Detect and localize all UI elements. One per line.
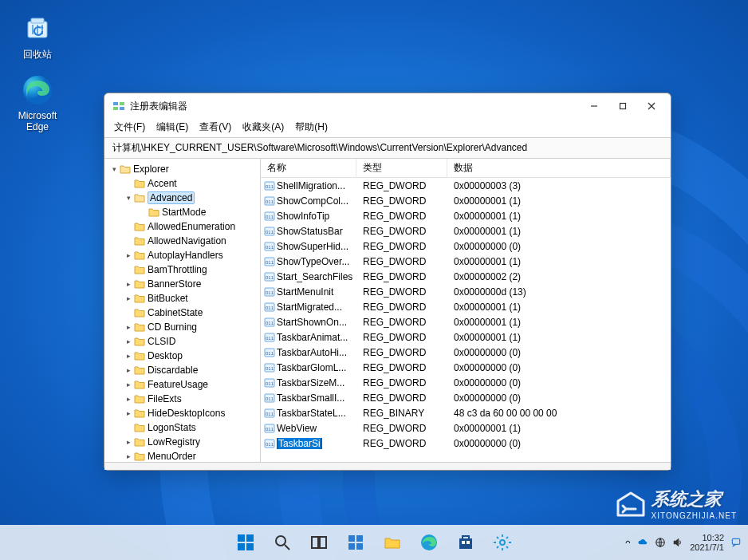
dword-icon: 011 (261, 332, 275, 343)
value-row[interactable]: 011ShowStatusBarREG_DWORD0x00000001 (1) (261, 223, 671, 239)
value-row[interactable]: 011StartShownOn...REG_DWORD0x00000001 (1… (261, 314, 671, 329)
values-pane[interactable]: 名称 类型 数据 011ShellMigration...REG_DWORD0x… (261, 159, 671, 462)
value-row[interactable]: 011ShellMigration...REG_DWORD0x00000003 … (261, 178, 671, 193)
value-row[interactable]: 011TaskbarAutoHi...REG_DWORD0x00000000 (… (261, 345, 671, 360)
menu-view[interactable]: 查看(V) (199, 120, 231, 134)
start-button[interactable] (230, 527, 261, 558)
column-data[interactable]: 数据 (447, 159, 671, 177)
tree-item[interactable]: ▸FeatureUsage (104, 377, 260, 392)
menu-edit[interactable]: 编辑(E) (156, 120, 188, 134)
value-row[interactable]: 011TaskbarSmallI...REG_DWORD0x00000000 (… (261, 390, 671, 405)
value-row[interactable]: 011TaskbarStateL...REG_BINARY48 c3 da 60… (261, 405, 671, 420)
value-row[interactable]: 011ShowInfoTipREG_DWORD0x00000001 (1) (261, 208, 671, 223)
tree-item-label: FeatureUsage (148, 379, 208, 390)
svg-text:011: 011 (266, 230, 274, 235)
svg-text:011: 011 (266, 260, 274, 265)
tree-item[interactable]: StartMode (104, 205, 260, 219)
menu-favorites[interactable]: 收藏夹(A) (242, 120, 284, 134)
desktop-icon-recycle-bin[interactable]: 回收站 (10, 11, 65, 61)
minimize-button[interactable] (580, 96, 608, 116)
tree-item[interactable]: ▸BitBucket (104, 291, 260, 306)
value-row[interactable]: 011StartMenuInitREG_DWORD0x0000000d (13) (261, 284, 671, 299)
dword-icon: 011 (261, 180, 275, 191)
tree-item-label: CLSID (148, 336, 175, 347)
value-row[interactable]: 011TaskbarGlomL...REG_DWORD0x00000000 (0… (261, 360, 671, 375)
tree-item[interactable]: ▸BannerStore (104, 277, 260, 291)
tree-item[interactable]: ▸Desktop (104, 349, 260, 363)
clock-time: 10:32 (690, 533, 724, 542)
clock[interactable]: 10:32 2021/7/1 (690, 533, 724, 552)
value-row[interactable]: 011ShowSuperHid...REG_DWORD0x00000000 (0… (261, 239, 671, 254)
svg-text:011: 011 (266, 275, 274, 280)
tree-item[interactable]: Accent (104, 176, 260, 191)
value-row[interactable]: 011StartMigrated...REG_DWORD0x00000001 (… (261, 299, 671, 314)
folder-icon (133, 350, 146, 361)
value-name: TaskbarAutoHi... (275, 347, 356, 358)
edge-taskbar-button[interactable] (414, 527, 444, 558)
tree-item[interactable]: ▸CD Burning (104, 320, 260, 334)
maximize-button[interactable] (608, 96, 637, 116)
tree-item[interactable]: ▾Advanced (104, 191, 260, 205)
column-name[interactable]: 名称 (261, 159, 356, 177)
value-row[interactable]: 011Start_SearchFilesREG_DWORD0x00000002 … (261, 269, 671, 284)
svg-rect-49 (238, 543, 245, 550)
onedrive-icon[interactable] (637, 537, 648, 548)
system-tray[interactable]: ᴖ 10:32 2021/7/1 (625, 533, 742, 552)
titlebar[interactable]: 注册表编辑器 (104, 93, 671, 119)
tree-item-label: BannerStore (148, 278, 201, 290)
menu-bar: 文件(F) 编辑(E) 查看(V) 收藏夹(A) 帮助(H) (104, 119, 671, 137)
settings-button[interactable] (487, 527, 518, 558)
widgets-button[interactable] (341, 527, 371, 558)
value-data: 0x00000000 (0) (447, 392, 671, 404)
value-row[interactable]: 011TaskbarAnimat...REG_DWORD0x00000001 (… (261, 329, 671, 345)
value-row[interactable]: 011ShowTypeOver...REG_DWORD0x00000001 (1… (261, 254, 671, 269)
tray-chevron-icon[interactable]: ᴖ (625, 538, 631, 548)
value-data: 0x00000001 (1) (447, 226, 671, 237)
menu-help[interactable]: 帮助(H) (295, 120, 328, 134)
value-row[interactable]: 011TaskbarSiREG_DWORD0x00000000 (0) (261, 436, 671, 451)
tree-item[interactable]: AllowedEnumeration (104, 219, 260, 234)
desktop-icon-edge[interactable]: Microsoft Edge (10, 73, 65, 132)
tree-item[interactable]: ▸CLSID (104, 334, 260, 349)
tree-item[interactable]: LogonStats (104, 420, 260, 435)
address-bar[interactable]: 计算机\HKEY_CURRENT_USER\Software\Microsoft… (104, 137, 671, 159)
edge-label: Microsoft Edge (10, 110, 65, 132)
chevron-icon: ▸ (124, 366, 133, 374)
tree-item-label: BitBucket (148, 293, 188, 304)
value-row[interactable]: 011ShowCompCol...REG_DWORD0x00000001 (1) (261, 193, 671, 208)
tree-item[interactable]: ▾Explorer (104, 162, 260, 176)
value-row[interactable]: 011WebViewREG_DWORD0x00000001 (1) (261, 420, 671, 436)
tree-item[interactable]: ▸Discardable (104, 363, 260, 377)
recycle-bin-icon (21, 11, 54, 45)
menu-file[interactable]: 文件(F) (114, 120, 145, 134)
tree-item[interactable]: BamThrottling (104, 262, 260, 277)
tree-item[interactable]: ▸HideDesktopIcons (104, 406, 260, 420)
folder-icon (133, 365, 146, 376)
folder-icon (133, 436, 146, 448)
value-type: REG_DWORD (356, 241, 447, 252)
search-button[interactable] (267, 527, 297, 558)
dword-icon: 011 (261, 362, 275, 373)
tree-item[interactable]: ▸MenuOrder (104, 449, 260, 462)
watermark-text: 系统之家 (652, 489, 722, 509)
taskview-button[interactable] (304, 527, 334, 558)
svg-rect-62 (462, 541, 465, 544)
tree-item[interactable]: CabinetState (104, 306, 260, 320)
notifications-icon[interactable] (730, 537, 742, 548)
value-row[interactable]: 011TaskbarSizeM...REG_DWORD0x00000000 (0… (261, 375, 671, 390)
network-icon[interactable] (655, 537, 666, 548)
tree-item[interactable]: ▸AutoplayHandlers (104, 248, 260, 262)
tree-item[interactable]: AllowedNavigation (104, 234, 260, 248)
volume-icon[interactable] (672, 537, 683, 548)
tree-pane[interactable]: ▾ExplorerAccent▾AdvancedStartModeAllowed… (104, 159, 261, 462)
tree-item-label: HideDesktopIcons (148, 408, 225, 419)
value-type: REG_DWORD (356, 195, 447, 207)
tree-item[interactable]: ▸LowRegistry (104, 435, 260, 449)
column-type[interactable]: 类型 (356, 159, 447, 177)
explorer-button[interactable] (377, 527, 407, 558)
close-button[interactable] (637, 96, 666, 116)
tree-item[interactable]: ▸FileExts (104, 392, 260, 406)
store-button[interactable] (451, 527, 481, 558)
tree-item-label: AllowedNavigation (148, 235, 226, 246)
taskbar: ᴖ 10:32 2021/7/1 (0, 525, 748, 560)
